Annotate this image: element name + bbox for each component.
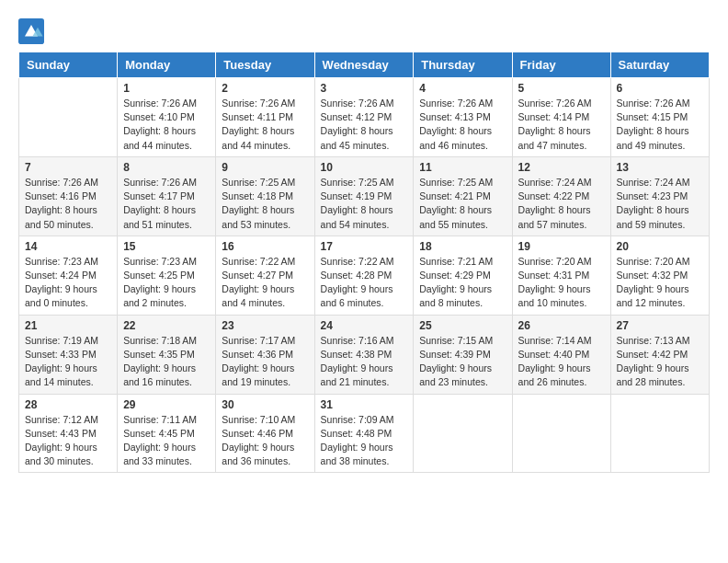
- weekday-header-sunday: Sunday: [19, 52, 118, 78]
- calendar-cell: 23Sunrise: 7:17 AMSunset: 4:36 PMDayligh…: [216, 315, 314, 394]
- calendar-cell: 3Sunrise: 7:26 AMSunset: 4:12 PMDaylight…: [314, 78, 414, 157]
- day-info: Sunrise: 7:26 AMSunset: 4:13 PMDaylight:…: [419, 97, 506, 153]
- day-info: Sunrise: 7:21 AMSunset: 4:29 PMDaylight:…: [419, 255, 506, 311]
- calendar-cell: 25Sunrise: 7:15 AMSunset: 4:39 PMDayligh…: [414, 315, 512, 394]
- calendar-cell: [19, 78, 118, 157]
- day-number: 27: [617, 319, 703, 332]
- calendar-cell: 12Sunrise: 7:24 AMSunset: 4:22 PMDayligh…: [512, 156, 610, 236]
- weekday-header-row: SundayMondayTuesdayWednesdayThursdayFrid…: [19, 52, 710, 78]
- day-number: 30: [222, 398, 308, 411]
- calendar-cell: 10Sunrise: 7:25 AMSunset: 4:19 PMDayligh…: [314, 156, 414, 236]
- day-info: Sunrise: 7:10 AMSunset: 4:46 PMDaylight:…: [222, 413, 308, 469]
- calendar-week-2: 7Sunrise: 7:26 AMSunset: 4:16 PMDaylight…: [19, 156, 710, 236]
- calendar-cell: 19Sunrise: 7:20 AMSunset: 4:31 PMDayligh…: [512, 236, 610, 315]
- weekday-header-monday: Monday: [118, 52, 216, 78]
- calendar-cell: 24Sunrise: 7:16 AMSunset: 4:38 PMDayligh…: [314, 315, 414, 394]
- day-info: Sunrise: 7:22 AMSunset: 4:27 PMDaylight:…: [222, 255, 308, 311]
- day-number: 4: [419, 82, 506, 95]
- weekday-header-saturday: Saturday: [610, 52, 709, 78]
- day-number: 29: [123, 398, 210, 411]
- day-info: Sunrise: 7:20 AMSunset: 4:31 PMDaylight:…: [518, 255, 605, 311]
- day-number: 12: [518, 161, 605, 174]
- day-info: Sunrise: 7:12 AMSunset: 4:43 PMDaylight:…: [25, 413, 111, 469]
- day-info: Sunrise: 7:25 AMSunset: 4:21 PMDaylight:…: [419, 176, 506, 232]
- calendar-table: SundayMondayTuesdayWednesdayThursdayFrid…: [18, 52, 710, 473]
- day-number: 21: [25, 319, 111, 332]
- calendar-cell: 26Sunrise: 7:14 AMSunset: 4:40 PMDayligh…: [512, 315, 610, 394]
- day-number: 31: [321, 398, 408, 411]
- calendar-week-1: 1Sunrise: 7:26 AMSunset: 4:10 PMDaylight…: [19, 78, 710, 157]
- calendar-week-3: 14Sunrise: 7:23 AMSunset: 4:24 PMDayligh…: [19, 236, 710, 315]
- day-info: Sunrise: 7:11 AMSunset: 4:45 PMDaylight:…: [123, 413, 210, 469]
- calendar-cell: 13Sunrise: 7:24 AMSunset: 4:23 PMDayligh…: [610, 156, 709, 236]
- day-info: Sunrise: 7:25 AMSunset: 4:19 PMDaylight:…: [321, 176, 408, 232]
- day-number: 17: [321, 240, 408, 253]
- day-number: 22: [123, 319, 210, 332]
- day-info: Sunrise: 7:14 AMSunset: 4:40 PMDaylight:…: [518, 334, 605, 390]
- calendar-cell: [610, 394, 709, 473]
- calendar-week-5: 28Sunrise: 7:12 AMSunset: 4:43 PMDayligh…: [19, 394, 710, 473]
- day-number: 11: [419, 161, 506, 174]
- day-number: 5: [518, 82, 605, 95]
- calendar-cell: 11Sunrise: 7:25 AMSunset: 4:21 PMDayligh…: [414, 156, 512, 236]
- calendar-cell: [512, 394, 610, 473]
- calendar-cell: 21Sunrise: 7:19 AMSunset: 4:33 PMDayligh…: [19, 315, 118, 394]
- day-number: 2: [222, 82, 308, 95]
- day-number: 24: [321, 319, 408, 332]
- calendar-cell: 2Sunrise: 7:26 AMSunset: 4:11 PMDaylight…: [216, 78, 314, 157]
- calendar-cell: 1Sunrise: 7:26 AMSunset: 4:10 PMDaylight…: [118, 78, 216, 157]
- calendar-cell: 16Sunrise: 7:22 AMSunset: 4:27 PMDayligh…: [216, 236, 314, 315]
- calendar-cell: 15Sunrise: 7:23 AMSunset: 4:25 PMDayligh…: [118, 236, 216, 315]
- day-number: 23: [222, 319, 308, 332]
- calendar-cell: [414, 394, 512, 473]
- day-info: Sunrise: 7:26 AMSunset: 4:11 PMDaylight:…: [222, 97, 308, 153]
- day-info: Sunrise: 7:26 AMSunset: 4:17 PMDaylight:…: [123, 176, 210, 232]
- calendar-cell: 9Sunrise: 7:25 AMSunset: 4:18 PMDaylight…: [216, 156, 314, 236]
- day-info: Sunrise: 7:23 AMSunset: 4:25 PMDaylight:…: [123, 255, 210, 311]
- calendar-cell: 14Sunrise: 7:23 AMSunset: 4:24 PMDayligh…: [19, 236, 118, 315]
- calendar-cell: 8Sunrise: 7:26 AMSunset: 4:17 PMDaylight…: [118, 156, 216, 236]
- day-number: 28: [25, 398, 111, 411]
- calendar-cell: 28Sunrise: 7:12 AMSunset: 4:43 PMDayligh…: [19, 394, 118, 473]
- day-info: Sunrise: 7:19 AMSunset: 4:33 PMDaylight:…: [25, 334, 111, 390]
- day-info: Sunrise: 7:26 AMSunset: 4:16 PMDaylight:…: [25, 176, 111, 232]
- day-number: 1: [123, 82, 210, 95]
- weekday-header-friday: Friday: [512, 52, 610, 78]
- calendar-body: 1Sunrise: 7:26 AMSunset: 4:10 PMDaylight…: [19, 78, 710, 473]
- calendar-cell: 29Sunrise: 7:11 AMSunset: 4:45 PMDayligh…: [118, 394, 216, 473]
- calendar-cell: 6Sunrise: 7:26 AMSunset: 4:15 PMDaylight…: [610, 78, 709, 157]
- calendar-header: SundayMondayTuesdayWednesdayThursdayFrid…: [19, 52, 710, 78]
- day-info: Sunrise: 7:26 AMSunset: 4:14 PMDaylight:…: [518, 97, 605, 153]
- day-number: 3: [321, 82, 408, 95]
- calendar-cell: 4Sunrise: 7:26 AMSunset: 4:13 PMDaylight…: [414, 78, 512, 157]
- calendar-cell: 7Sunrise: 7:26 AMSunset: 4:16 PMDaylight…: [19, 156, 118, 236]
- calendar-cell: 30Sunrise: 7:10 AMSunset: 4:46 PMDayligh…: [216, 394, 314, 473]
- logo-icon: [18, 18, 44, 44]
- weekday-header-wednesday: Wednesday: [314, 52, 414, 78]
- day-info: Sunrise: 7:25 AMSunset: 4:18 PMDaylight:…: [222, 176, 308, 232]
- day-info: Sunrise: 7:26 AMSunset: 4:12 PMDaylight:…: [321, 97, 408, 153]
- day-info: Sunrise: 7:13 AMSunset: 4:42 PMDaylight:…: [617, 334, 703, 390]
- day-number: 8: [123, 161, 210, 174]
- weekday-header-tuesday: Tuesday: [216, 52, 314, 78]
- calendar-cell: 5Sunrise: 7:26 AMSunset: 4:14 PMDaylight…: [512, 78, 610, 157]
- day-number: 13: [617, 161, 703, 174]
- day-number: 9: [222, 161, 308, 174]
- day-number: 18: [419, 240, 506, 253]
- day-info: Sunrise: 7:23 AMSunset: 4:24 PMDaylight:…: [25, 255, 111, 311]
- weekday-header-thursday: Thursday: [414, 52, 512, 78]
- day-number: 26: [518, 319, 605, 332]
- day-number: 6: [617, 82, 703, 95]
- day-info: Sunrise: 7:22 AMSunset: 4:28 PMDaylight:…: [321, 255, 408, 311]
- day-info: Sunrise: 7:26 AMSunset: 4:15 PMDaylight:…: [617, 97, 703, 153]
- day-info: Sunrise: 7:17 AMSunset: 4:36 PMDaylight:…: [222, 334, 308, 390]
- calendar-cell: 31Sunrise: 7:09 AMSunset: 4:48 PMDayligh…: [314, 394, 414, 473]
- day-info: Sunrise: 7:20 AMSunset: 4:32 PMDaylight:…: [617, 255, 703, 311]
- day-info: Sunrise: 7:24 AMSunset: 4:22 PMDaylight:…: [518, 176, 605, 232]
- day-info: Sunrise: 7:26 AMSunset: 4:10 PMDaylight:…: [123, 97, 210, 153]
- calendar-cell: 27Sunrise: 7:13 AMSunset: 4:42 PMDayligh…: [610, 315, 709, 394]
- day-info: Sunrise: 7:16 AMSunset: 4:38 PMDaylight:…: [321, 334, 408, 390]
- day-info: Sunrise: 7:09 AMSunset: 4:48 PMDaylight:…: [321, 413, 408, 469]
- calendar-cell: 17Sunrise: 7:22 AMSunset: 4:28 PMDayligh…: [314, 236, 414, 315]
- day-number: 7: [25, 161, 111, 174]
